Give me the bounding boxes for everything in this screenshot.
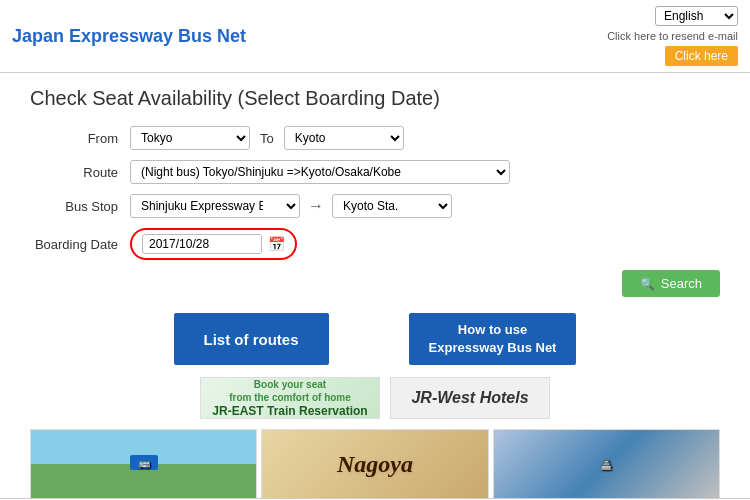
- bus-stop-to-select[interactable]: Kyoto Sta.: [332, 194, 452, 218]
- to-label: To: [260, 131, 274, 146]
- nagoya-label: Nagoya: [337, 451, 413, 478]
- site-title: Japan Expressway Bus Net: [12, 26, 246, 47]
- images-row: 🚌 Nagoya 🏯: [30, 429, 720, 499]
- osaka-label: 🏯: [600, 459, 612, 470]
- jr-west-label: JR-West Hotels: [411, 389, 528, 407]
- from-label: From: [30, 131, 130, 146]
- jr-east-label: JR-EAST Train Reservation: [212, 404, 367, 420]
- boarding-date-label: Boarding Date: [30, 237, 130, 252]
- jr-east-line2: from the comfort of home: [212, 391, 367, 404]
- bus-stop-selects: Shinjuku Expressway Bus Te → Kyoto Sta.: [130, 194, 452, 218]
- from-to-selects: Tokyo Osaka Kyoto To Kyoto Tokyo Osaka: [130, 126, 404, 150]
- to-select[interactable]: Kyoto Tokyo Osaka: [284, 126, 404, 150]
- jr-east-banner[interactable]: Book your seat from the comfort of home …: [200, 377, 380, 419]
- arrow-icon: →: [308, 197, 324, 215]
- jr-east-line1: Book your seat: [212, 378, 367, 391]
- boarding-date-input[interactable]: [142, 234, 262, 254]
- page-title: Check Seat Availability (Select Boarding…: [30, 87, 720, 110]
- bus-stop-row: Bus Stop Shinjuku Expressway Bus Te → Ky…: [30, 194, 720, 218]
- bus-stop-from-select[interactable]: Shinjuku Expressway Bus Te: [130, 194, 300, 218]
- jr-west-banner[interactable]: JR-West Hotels: [390, 377, 550, 419]
- ads-row: Book your seat from the comfort of home …: [30, 377, 720, 419]
- boarding-date-wrapper: 📅: [130, 228, 297, 260]
- nagoya-image: Nagoya: [261, 429, 488, 499]
- search-row: 🔍 Search: [30, 270, 720, 297]
- buttons-row: List of routes How to use Expressway Bus…: [30, 313, 720, 365]
- from-select[interactable]: Tokyo Osaka Kyoto: [130, 126, 250, 150]
- from-to-row: From Tokyo Osaka Kyoto To Kyoto Tokyo Os…: [30, 126, 720, 150]
- calendar-icon[interactable]: 📅: [268, 236, 285, 252]
- language-select[interactable]: English Japanese Chinese: [655, 6, 738, 26]
- search-button[interactable]: 🔍 Search: [622, 270, 720, 297]
- howto-line1: How to use: [458, 322, 527, 337]
- route-row: Route (Night bus) Tokyo/Shinjuku =>Kyoto…: [30, 160, 720, 184]
- osaka-image: 🏯: [493, 429, 720, 499]
- bus-stop-label: Bus Stop: [30, 199, 130, 214]
- boarding-date-row: Boarding Date 📅: [30, 228, 720, 260]
- bus-image: 🚌: [30, 429, 257, 499]
- resend-label: Click here to resend e-mail: [607, 30, 738, 42]
- search-label: Search: [661, 276, 702, 291]
- list-routes-button[interactable]: List of routes: [174, 313, 329, 365]
- header-right: English Japanese Chinese Click here to r…: [607, 6, 738, 66]
- howto-button[interactable]: How to use Expressway Bus Net: [409, 313, 577, 365]
- header: Japan Expressway Bus Net English Japanes…: [0, 0, 750, 73]
- howto-line2: Expressway Bus Net: [429, 340, 557, 355]
- search-icon: 🔍: [640, 277, 655, 291]
- resend-button[interactable]: Click here: [665, 46, 738, 66]
- route-label: Route: [30, 165, 130, 180]
- main-content: Check Seat Availability (Select Boarding…: [0, 73, 750, 500]
- route-select[interactable]: (Night bus) Tokyo/Shinjuku =>Kyoto/Osaka…: [130, 160, 510, 184]
